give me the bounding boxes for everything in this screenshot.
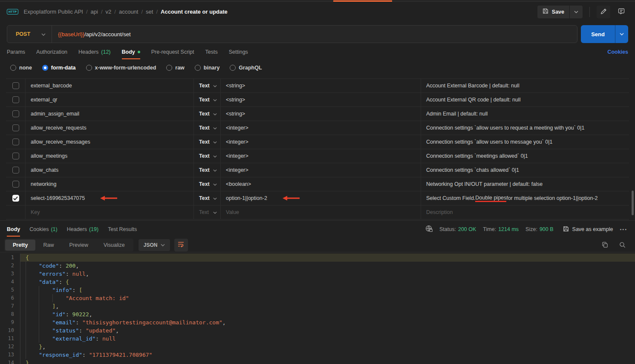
body-mode-x-www-form-urlencoded[interactable]: x-www-form-urlencoded [86,65,156,71]
network-icon[interactable] [425,225,433,234]
body-mode-none[interactable]: none [10,65,32,71]
checkbox-unchecked[interactable] [12,110,19,117]
description-field[interactable]: Connection settings `meetings allowed` 0… [421,149,629,163]
view-pretty[interactable]: Pretty [5,240,35,251]
breadcrumb-item[interactable]: v2 [106,9,112,15]
body-mode-graphql[interactable]: GraphQL [230,65,262,71]
tab-body[interactable]: Body [122,47,140,57]
description-field[interactable]: Description [421,205,629,219]
value-field[interactable]: <string> [221,79,421,92]
type-select[interactable]: Text [194,107,221,121]
key-field[interactable]: admin_assign_email [26,107,194,121]
description-field[interactable]: Select Custom Field. Double pipes for mu… [421,191,629,205]
key-field[interactable]: external_qr [26,93,194,107]
breadcrumb-item[interactable]: api [91,9,98,15]
description-field[interactable]: Connection settings `allow users to requ… [421,121,629,135]
body-mode-binary[interactable]: binary [195,65,220,71]
checkbox-unchecked[interactable] [12,82,19,89]
description-field[interactable]: Account External Barcode | default: null [421,79,629,92]
response-tab-test-results[interactable]: Test Results [108,225,137,234]
response-tab-body[interactable]: Body [7,225,20,234]
description-field[interactable]: Connection settings `chats allowed` 0|1 [421,163,629,177]
checkbox-unchecked[interactable] [12,139,19,145]
tab-count-badge: (12) [101,49,110,55]
key-field[interactable]: external_barcode [26,79,194,92]
key-field[interactable]: allow_chats [26,163,194,177]
url-input[interactable]: {{baseUrl}}/api/v2/account/set [52,31,137,38]
description-field[interactable]: Account External QR code | default: null [421,93,629,107]
cookies-link[interactable]: Cookies [607,49,628,55]
type-select[interactable]: Text [194,93,221,107]
checkbox-unchecked[interactable] [12,96,19,103]
view-raw[interactable]: Raw [35,240,61,251]
view-preview[interactable]: Preview [61,240,95,251]
tab-tests[interactable]: Tests [205,47,218,57]
tab-params[interactable]: Params [7,47,25,57]
edit-button[interactable] [597,6,610,18]
save-button[interactable]: Save [537,6,569,18]
tab-headers[interactable]: Headers(12) [78,47,110,57]
send-options-chevron[interactable] [615,25,628,43]
value-field[interactable]: <string> [221,93,421,107]
value-field[interactable]: option-1||option-2 [221,191,421,205]
token: } [26,360,29,364]
tab-pre-request-script[interactable]: Pre-request Script [151,47,194,57]
description-text: for multiple selection option-1||option-… [506,195,597,201]
checkbox-checked[interactable] [12,195,19,202]
key-field[interactable]: Key [26,205,194,219]
description-field[interactable]: Admin Email | default: null [421,107,629,121]
key-field[interactable]: allow_receive_requests [26,121,194,135]
breadcrumb-item[interactable]: set [146,9,153,15]
search-button[interactable] [619,242,626,248]
wrap-text-button[interactable] [174,239,188,251]
method-select[interactable]: POST [7,31,52,37]
checkbox-unchecked[interactable] [12,181,19,188]
body-mode-raw[interactable]: raw [166,65,185,71]
checkbox-unchecked[interactable] [12,153,19,159]
view-visualize[interactable]: Visualize [96,240,133,251]
type-select[interactable]: Text [194,205,221,219]
token: "info" [52,287,72,293]
more-actions-button[interactable]: ••• [620,227,627,232]
value-field[interactable]: <string> [221,107,421,121]
breadcrumb-item[interactable]: Expoplatform Public API [23,9,83,15]
key-field[interactable]: allow_meetings [26,149,194,163]
value-field[interactable]: <integer> [221,163,421,177]
comment-button[interactable] [615,6,628,18]
value-field[interactable]: <integer> [221,135,421,149]
key-field[interactable]: allow_receive_messages [26,135,194,149]
breadcrumb-item[interactable]: account [119,9,139,15]
response-tab-headers[interactable]: Headers(19) [67,225,98,234]
type-select[interactable]: Text [194,177,221,191]
line-tokens: ], [26,303,59,309]
checkbox-unchecked[interactable] [12,124,19,131]
language-select[interactable]: JSON [139,239,170,251]
tab-settings[interactable]: Settings [229,47,248,57]
breadcrumb-separator: / [86,9,88,15]
body-mode-form-data[interactable]: form-data [42,65,76,71]
scrollbar-thumb[interactable] [632,191,634,215]
type-select[interactable]: Text [194,79,221,92]
type-select[interactable]: Text [194,135,221,149]
value-field[interactable]: <integer> [221,121,421,135]
description-field[interactable]: Connection settings `allow users to mess… [421,135,629,149]
type-select[interactable]: Text [194,191,221,205]
key-field[interactable]: networking [26,177,194,191]
send-button[interactable]: Send [581,25,615,43]
value-field[interactable]: Value [221,205,421,219]
key-field[interactable]: select-1699625347075 [26,191,194,205]
type-select[interactable]: Text [194,149,221,163]
type-select[interactable]: Text [194,121,221,135]
tab-authorization[interactable]: Authorization [36,47,67,57]
save-as-example-button[interactable]: Save as example [563,226,613,233]
row-checkbox-cell [6,177,26,191]
copy-button[interactable] [602,242,608,248]
value-field[interactable]: <boolean> [221,177,421,191]
save-options-chevron[interactable] [569,6,583,18]
value-field[interactable]: <integer> [221,149,421,163]
type-select[interactable]: Text [194,163,221,177]
response-tab-cookies[interactable]: Cookies(1) [29,225,57,234]
description-field[interactable]: Networking Opt IN/OUT parameter | defaul… [421,177,629,191]
checkbox-unchecked[interactable] [12,167,19,173]
divider [589,7,590,17]
